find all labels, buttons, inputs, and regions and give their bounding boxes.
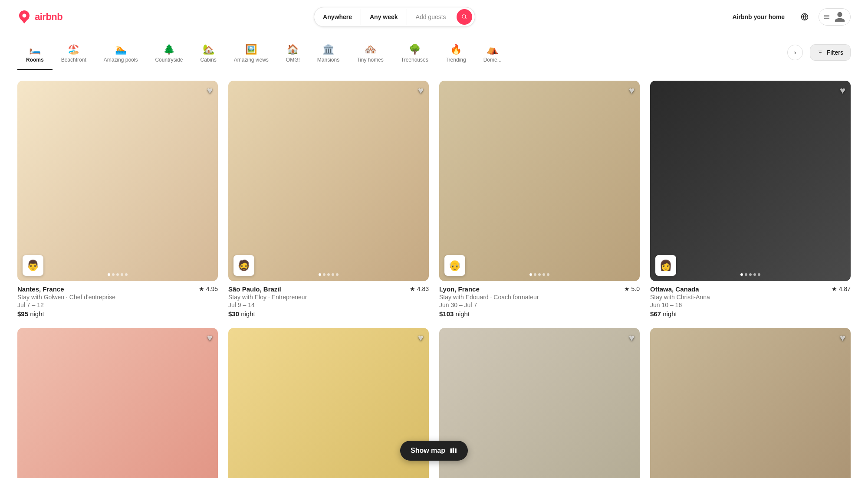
category-label-tiny-homes: Tiny homes [357,57,384,63]
category-item-amazing-pools[interactable]: 🏊 Amazing pools [95,41,147,70]
category-item-tiny-homes[interactable]: 🏘️ Tiny homes [348,41,392,70]
wishlist-button-4[interactable]: ♥ [840,86,845,95]
category-label-trending: Trending [446,57,466,63]
category-item-beachfront[interactable]: 🏖️ Beachfront [53,41,95,70]
category-item-trending[interactable]: 🔥 Trending [437,41,475,70]
listing-card-3[interactable]: ♥ 👴 Lyon, France ★ 5.0 Stay with Edouard… [439,81,640,318]
category-label-amazing-views: Amazing views [234,57,269,63]
listing-rating-2: ★ 4.83 [410,285,429,292]
listing-image-wrap-5: ♥ 👤 [17,328,218,478]
category-item-domes[interactable]: ⛺ Dome... [475,41,510,70]
show-map-label: Show map [411,447,445,455]
listing-card-1[interactable]: ♥ 👨 Nantes, France ★ 4.95 Stay with Golw… [17,81,218,318]
category-label-beachfront: Beachfront [61,57,86,63]
listing-dates-4: Jun 10 – 16 [650,301,851,308]
airbnb-your-home-button[interactable]: Airbnb your home [726,9,791,25]
category-item-treehouses[interactable]: 🌳 Treehouses [392,41,437,70]
listing-price-2: $30 night [228,310,429,318]
listing-dates-1: Jul 7 – 12 [17,301,218,308]
wishlist-button-1[interactable]: ♥ [207,86,213,95]
search-add-guests[interactable]: Add guests [407,9,455,25]
globe-icon[interactable] [796,8,813,26]
listing-info-4: Ottawa, Canada ★ 4.87 [650,285,851,293]
countryside-icon: 🌲 [163,45,175,54]
image-dot-3 [542,273,545,276]
image-dot-1 [534,273,536,276]
listing-card-5[interactable]: ♥ 👤 ... [17,328,218,478]
show-map-wrap: Show map [400,441,468,461]
beachfront-icon: 🏖️ [68,45,79,54]
wishlist-button-3[interactable]: ♥ [629,86,635,95]
category-label-cabins: Cabins [200,57,216,63]
image-dot-3 [332,273,334,276]
category-item-cabins[interactable]: 🏡 Cabins [191,41,225,70]
image-dots-1 [108,273,128,276]
listing-card-8[interactable]: ♥ 👤 ... [650,328,851,478]
svg-rect-8 [450,449,452,453]
category-item-mansions[interactable]: 🏛️ Mansions [309,41,348,70]
listing-image-wrap-4: ♥ 👩 [650,81,851,281]
category-label-rooms: Rooms [26,57,44,63]
category-item-omg[interactable]: 🏠 OMG! [277,41,309,70]
image-dot-0 [529,273,532,276]
image-dot-4 [758,273,760,276]
user-menu-button[interactable] [819,8,851,26]
svg-rect-9 [453,448,454,453]
listing-host-desc-3: Stay with Edouard · Coach formateur [439,294,640,301]
svg-rect-10 [455,449,457,453]
category-label-domes: Dome... [483,57,502,63]
wishlist-button-7[interactable]: ♥ [629,333,635,343]
listing-host-desc-2: Stay with Eloy · Entrepreneur [228,294,429,301]
filters-button[interactable]: Filters [810,44,851,61]
listing-image-wrap-7: ♥ 👤 [439,328,640,478]
domes-icon: ⛺ [487,45,498,54]
filters-label: Filters [827,49,843,56]
listing-card-2[interactable]: ♥ 🧔 São Paulo, Brazil ★ 4.83 Stay with E… [228,81,429,318]
wishlist-button-6[interactable]: ♥ [418,333,424,343]
logo[interactable]: airbnb [17,10,62,24]
tiny-homes-icon: 🏘️ [365,45,376,54]
listing-image-wrap-2: ♥ 🧔 [228,81,429,281]
search-anywhere[interactable]: Anywhere [314,9,361,25]
listing-price-4: $67 night [650,310,851,318]
listing-info-2: São Paulo, Brazil ★ 4.83 [228,285,429,293]
image-dot-3 [753,273,756,276]
search-bar[interactable]: Anywhere Any week Add guests [314,7,475,27]
wishlist-button-8[interactable]: ♥ [840,333,845,343]
category-item-amazing-views[interactable]: 🖼️ Amazing views [225,41,277,70]
search-any-week[interactable]: Any week [361,9,407,25]
header: airbnb Anywhere Any week Add guests Airb… [0,0,868,34]
host-avatar-3: 👴 [444,255,465,276]
image-dot-1 [112,273,115,276]
amazing-pools-icon: 🏊 [115,45,127,54]
search-button[interactable] [457,9,472,25]
category-bar: 🛏️ Rooms 🏖️ Beachfront 🏊 Amazing pools 🌲… [0,34,868,70]
category-item-countryside[interactable]: 🌲 Countryside [146,41,191,70]
show-map-button[interactable]: Show map [400,441,468,461]
listing-dates-3: Jun 30 – Jul 7 [439,301,640,308]
listing-rating-1: ★ 4.95 [199,285,218,292]
listing-location-2: São Paulo, Brazil [228,285,281,293]
listing-card-6[interactable]: ♥ 👤 ... [228,328,429,478]
listing-rating-4: ★ 4.87 [832,285,851,292]
category-label-amazing-pools: Amazing pools [104,57,138,63]
category-items: 🛏️ Rooms 🏖️ Beachfront 🏊 Amazing pools 🌲… [17,41,787,70]
category-item-rooms[interactable]: 🛏️ Rooms [17,41,53,70]
listing-card-7[interactable]: ♥ 👤 ... [439,328,640,478]
listing-image-wrap-3: ♥ 👴 [439,81,640,281]
listings-grid: ♥ 👨 Nantes, France ★ 4.95 Stay with Golw… [17,81,851,478]
wishlist-button-2[interactable]: ♥ [418,86,424,95]
listing-card-4[interactable]: ♥ 👩 Ottawa, Canada ★ 4.87 Stay with Chri… [650,81,851,318]
image-dot-3 [121,273,123,276]
category-next-button[interactable]: › [787,45,803,60]
listing-host-desc-4: Stay with Christi-Anna [650,294,851,301]
wishlist-button-5[interactable]: ♥ [207,333,213,343]
trending-icon: 🔥 [450,45,462,54]
image-dot-0 [740,273,743,276]
category-label-mansions: Mansions [317,57,339,63]
image-dot-4 [336,273,339,276]
listing-rating-wrap-4: ★ 4.87 [832,285,851,292]
treehouses-icon: 🌳 [409,45,421,54]
image-dot-1 [323,273,326,276]
listing-dates-2: Jul 9 – 14 [228,301,429,308]
